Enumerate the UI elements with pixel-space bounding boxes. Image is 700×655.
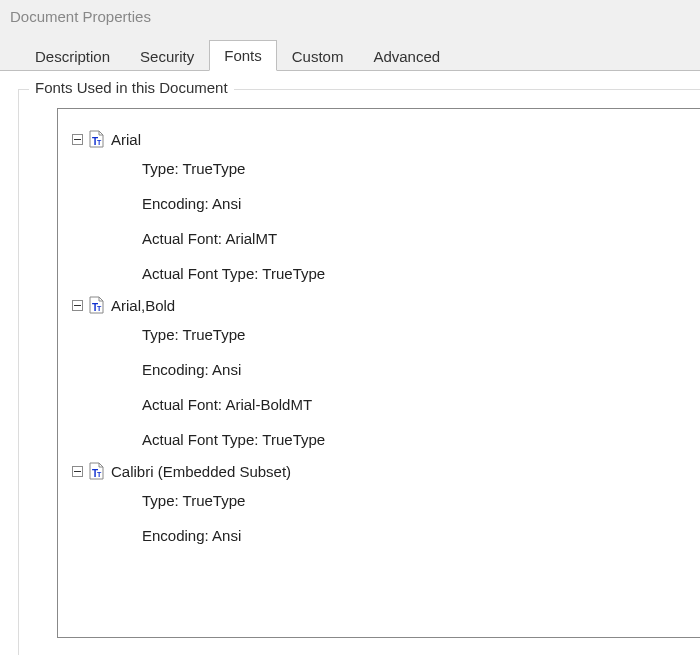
font-detail: Actual Font: ArialMT xyxy=(142,221,692,256)
svg-text:T: T xyxy=(97,471,102,478)
font-details: Type: TrueType Encoding: Ansi Actual Fon… xyxy=(72,151,692,291)
fonts-tree[interactable]: T T Arial Type: TrueType Encoding: Ansi … xyxy=(57,108,700,638)
font-tree-item[interactable]: T T Arial,Bold xyxy=(72,293,692,317)
font-tree-node: T T Arial,Bold Type: TrueType Encoding: … xyxy=(72,293,692,457)
tab-fonts[interactable]: Fonts xyxy=(209,40,277,71)
font-detail: Encoding: Ansi xyxy=(142,352,692,387)
font-file-icon: T T xyxy=(89,296,105,314)
groupbox-label: Fonts Used in this Document xyxy=(29,79,234,96)
tab-custom[interactable]: Custom xyxy=(277,41,359,71)
collapse-icon[interactable] xyxy=(72,466,83,477)
font-file-icon: T T xyxy=(89,130,105,148)
font-detail: Encoding: Ansi xyxy=(142,186,692,221)
font-detail: Actual Font: Arial-BoldMT xyxy=(142,387,692,422)
font-detail: Type: TrueType xyxy=(142,151,692,186)
font-details: Type: TrueType Encoding: Ansi xyxy=(72,483,692,553)
svg-text:T: T xyxy=(97,305,102,312)
tab-security[interactable]: Security xyxy=(125,41,209,71)
font-name-label: Calibri (Embedded Subset) xyxy=(111,463,291,480)
font-detail: Actual Font Type: TrueType xyxy=(142,422,692,457)
collapse-icon[interactable] xyxy=(72,134,83,145)
font-tree-node: T T Arial Type: TrueType Encoding: Ansi … xyxy=(72,127,692,291)
font-file-icon: T T xyxy=(89,462,105,480)
svg-text:T: T xyxy=(97,139,102,146)
font-detail: Type: TrueType xyxy=(142,317,692,352)
font-detail: Type: TrueType xyxy=(142,483,692,518)
collapse-icon[interactable] xyxy=(72,300,83,311)
tab-panel: Fonts Used in this Document T T xyxy=(0,70,700,655)
fonts-groupbox: Fonts Used in this Document T T xyxy=(18,89,700,655)
font-tree-item[interactable]: T T Arial xyxy=(72,127,692,151)
font-name-label: Arial,Bold xyxy=(111,297,175,314)
font-detail: Encoding: Ansi xyxy=(142,518,692,553)
tab-strip: Description Security Fonts Custom Advanc… xyxy=(0,29,700,70)
font-tree-item[interactable]: T T Calibri (Embedded Subset) xyxy=(72,459,692,483)
font-name-label: Arial xyxy=(111,131,141,148)
font-tree-node: T T Calibri (Embedded Subset) Type: True… xyxy=(72,459,692,553)
tab-description[interactable]: Description xyxy=(20,41,125,71)
window-title: Document Properties xyxy=(0,0,700,29)
font-details: Type: TrueType Encoding: Ansi Actual Fon… xyxy=(72,317,692,457)
tab-advanced[interactable]: Advanced xyxy=(358,41,455,71)
font-detail: Actual Font Type: TrueType xyxy=(142,256,692,291)
